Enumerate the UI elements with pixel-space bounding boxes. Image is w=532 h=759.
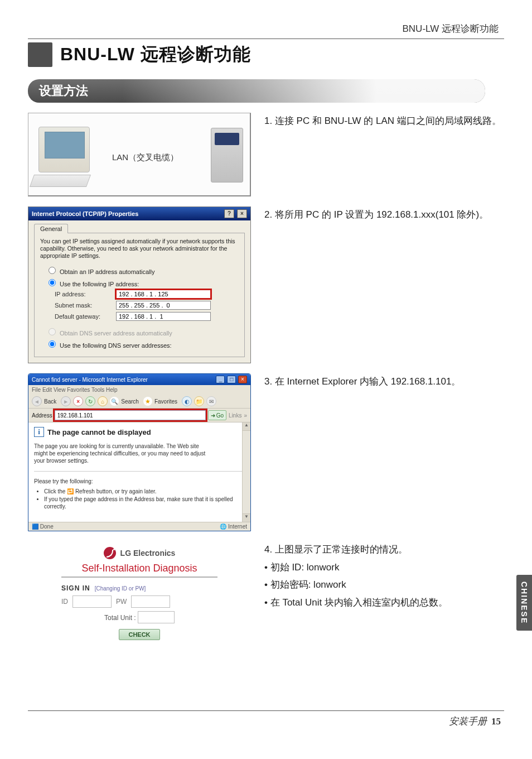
- pc-icon: [38, 127, 90, 172]
- go-label: Go: [216, 412, 224, 419]
- radio-obtain-dns-auto-label: Obtain DNS server address automatically: [60, 330, 172, 337]
- address-label: Address: [32, 412, 52, 419]
- home-button[interactable]: ⌂: [98, 396, 108, 406]
- default-gateway-label: Default gateway:: [55, 313, 116, 320]
- step-2: Internet Protocol (TCP/IP) Properties ? …: [28, 206, 504, 363]
- refresh-button[interactable]: ↻: [85, 396, 95, 406]
- back-label: Back: [44, 398, 56, 405]
- bullet-initial-pw: • 初始密码: lonwork: [264, 578, 504, 592]
- status-done-label: Done: [40, 523, 54, 530]
- bullet-initial-id: • 初始 ID: lonwork: [264, 560, 504, 575]
- divider: [61, 577, 217, 578]
- address-input[interactable]: [55, 410, 206, 420]
- subnet-mask-label: Subnet mask:: [55, 302, 116, 309]
- bnu-lw-device-icon: [211, 128, 243, 182]
- maximize-button[interactable]: □: [227, 376, 236, 383]
- go-button[interactable]: ➜ Go: [208, 410, 226, 420]
- pw-label: PW: [116, 598, 127, 606]
- lg-face-icon: [104, 547, 116, 559]
- history-icon[interactable]: 📁: [194, 396, 204, 406]
- radio-use-following-dns-label: Use the following DNS server addresses:: [60, 342, 172, 349]
- total-unit-label: Total Unit :: [104, 614, 136, 622]
- ie-toolbar: ◄ Back ► × ↻ ⌂ 🔍 Search ★ Favorites ◐ 📁 …: [28, 395, 250, 409]
- ie-address-bar: Address ➜ Go Links »: [28, 409, 250, 422]
- help-button[interactable]: ?: [224, 209, 234, 218]
- info-icon: i: [34, 427, 44, 437]
- lan-cable-label: LAN（交叉电缆）: [112, 152, 178, 163]
- radio-obtain-dns-auto: [49, 328, 56, 335]
- change-id-pw-link[interactable]: [Changing ID or PW]: [95, 585, 146, 592]
- signin-panel: LG Electronics Self-Installation Diagnos…: [28, 541, 251, 650]
- status-done: 🟦 Done: [32, 523, 54, 530]
- ip-address-input[interactable]: [116, 290, 211, 299]
- language-tab: CHINESE: [516, 575, 532, 631]
- try-heading: Please try the following:: [34, 478, 245, 484]
- ie-titlebar: Cannot find server - Microsoft Internet …: [28, 374, 250, 385]
- header-rule: [28, 39, 504, 39]
- ie-window: Cannot find server - Microsoft Internet …: [28, 373, 251, 531]
- close-button[interactable]: ×: [237, 209, 247, 218]
- page-title: BNU-LW 远程诊断功能: [60, 42, 251, 67]
- step-3-text: 3. 在 Internet Explorer 内输入 192.168.1.101…: [264, 373, 504, 389]
- radio-use-following-dns[interactable]: [49, 340, 56, 348]
- step-1: LAN（交叉电缆） 1. 连接 PC 和 BNU-LW 的 LAN 端口之间的局…: [28, 113, 504, 196]
- step-1-text: 1. 连接 PC 和 BNU-LW 的 LAN 端口之间的局域网线路。: [264, 113, 504, 128]
- status-zone-label: Internet: [228, 523, 247, 530]
- step-2-text: 2. 将所用 PC 的 IP 设置为 192.168.1.xxx(101 除外)…: [264, 206, 504, 222]
- links-label[interactable]: Links: [229, 412, 241, 419]
- default-gateway-input[interactable]: [116, 312, 211, 321]
- media-icon[interactable]: ◐: [182, 396, 192, 406]
- signin-subtitle: Self-Installation Diagnosis: [61, 563, 217, 574]
- title-row: BNU-LW 远程诊断功能: [28, 42, 504, 67]
- links-chevron-icon[interactable]: »: [244, 412, 247, 419]
- id-label: ID: [61, 598, 68, 606]
- pre-header: BNU-LW 远程诊断功能: [28, 22, 504, 39]
- stop-button[interactable]: ×: [73, 396, 83, 406]
- ie-content: i The page cannot be displayed The page …: [28, 422, 250, 522]
- minimize-button[interactable]: _: [216, 376, 225, 383]
- step-4-text: 4. 上图显示了正常连接时的情况。: [264, 542, 504, 557]
- tab-general[interactable]: General: [34, 224, 68, 233]
- suggestion-refresh: Click the 🔁 Refresh button, or try again…: [44, 488, 245, 496]
- radio-obtain-ip-auto-label: Obtain an IP address automatically: [60, 268, 154, 275]
- scrollbar[interactable]: [242, 422, 250, 522]
- forward-button[interactable]: ►: [61, 396, 71, 406]
- lg-brand-label: LG Electronics: [120, 549, 176, 558]
- status-zone: 🌐 Internet: [220, 523, 247, 530]
- search-icon[interactable]: 🔍: [110, 397, 119, 406]
- dialog-titlebar: Internet Protocol (TCP/IP) Properties ? …: [28, 207, 250, 220]
- title-square-icon: [28, 42, 52, 67]
- footer-rule: [28, 710, 504, 711]
- suggestion-spelling: If you typed the page address in the Add…: [44, 496, 245, 511]
- footer-label: 安装手册: [449, 716, 487, 727]
- radio-use-following-ip[interactable]: [49, 279, 56, 286]
- radio-obtain-ip-auto[interactable]: [49, 267, 56, 274]
- lg-logo: LG Electronics: [61, 547, 217, 559]
- section-heading: 设置方法: [28, 79, 485, 103]
- id-input[interactable]: [72, 595, 112, 608]
- favorites-icon[interactable]: ★: [143, 397, 152, 406]
- search-label: Search: [121, 398, 139, 405]
- pw-input[interactable]: [131, 595, 170, 608]
- ie-title-text: Cannot find server - Microsoft Internet …: [32, 377, 148, 383]
- close-button[interactable]: ×: [238, 376, 247, 383]
- keyboard-icon: [30, 175, 91, 187]
- dialog-title-text: Internet Protocol (TCP/IP) Properties: [32, 210, 138, 217]
- page-number: 15: [491, 716, 501, 727]
- ie-menu-bar[interactable]: File Edit View Favorites Tools Help: [28, 385, 250, 395]
- bullet-total-unit: • 在 Total Unit 块内输入相连室内机的总数。: [264, 595, 504, 610]
- tcpip-dialog: Internet Protocol (TCP/IP) Properties ? …: [28, 206, 251, 363]
- total-unit-input[interactable]: [138, 611, 175, 623]
- check-button[interactable]: CHECK: [119, 629, 159, 640]
- error-heading: The page cannot be displayed: [47, 428, 151, 436]
- step-3: Cannot find server - Microsoft Internet …: [28, 373, 504, 531]
- signin-label: SIGN IN: [61, 584, 90, 592]
- subnet-mask-input[interactable]: [116, 301, 211, 310]
- back-button[interactable]: ◄: [32, 396, 42, 406]
- mail-icon[interactable]: ✉: [206, 396, 216, 406]
- dialog-description: You can get IP settings assigned automat…: [40, 238, 239, 260]
- footer: 安装手册 15: [449, 715, 501, 728]
- ip-address-label: IP address:: [55, 291, 116, 297]
- lan-diagram: LAN（交叉电缆）: [28, 113, 251, 196]
- section-heading-label: 设置方法: [39, 84, 88, 98]
